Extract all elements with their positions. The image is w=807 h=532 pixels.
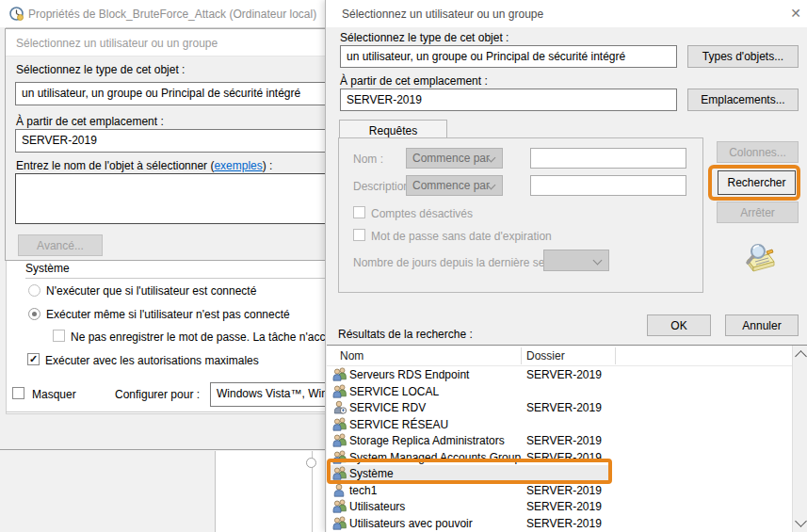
account-name-label: Système	[25, 262, 70, 275]
search-results-list: Nom Dossier Serveurs RDS EndpointSERVER-…	[327, 345, 807, 532]
object-type-label: Sélectionnez le type de cet objet :	[16, 63, 185, 76]
result-name: Utilisateurs avec pouvoir	[349, 517, 473, 530]
group-icon	[332, 450, 347, 464]
select-user-dialog-inactive: Sélectionnez un utilisateur ou un groupe…	[5, 28, 331, 261]
checkbox-highest-privileges[interactable]: ✓	[27, 353, 40, 365]
name-operator-value: Commence par	[412, 152, 490, 165]
checkbox-non-expiring-password-label: Mot de passe sans date d'expiration	[371, 230, 552, 243]
checkmark-icon: ✓	[29, 353, 38, 364]
object-types-button-label: Types d'objets...	[702, 50, 783, 63]
splitter-handle[interactable]	[306, 458, 316, 468]
result-row[interactable]: UtilisateursSERVER-2019	[327, 498, 792, 515]
result-folder: SERVER-2019	[526, 368, 602, 381]
result-row[interactable]: SERVICE RÉSEAU	[327, 416, 792, 433]
dialog-title: Sélectionnez un utilisateur ou un groupe	[342, 8, 543, 21]
scroll-down-icon[interactable]	[795, 515, 807, 527]
cancel-button-label: Annuler	[742, 319, 781, 332]
description-operator-value: Commence par	[412, 179, 490, 192]
scroll-up-icon[interactable]	[795, 350, 807, 363]
description-operator-dropdown[interactable]: Commence par	[406, 175, 503, 196]
from-location-value: SERVER-2019	[22, 134, 97, 147]
results-rows: Serveurs RDS EndpointSERVER-2019SERVICE …	[327, 366, 792, 532]
result-folder: SERVER-2019	[526, 500, 602, 513]
columns-button-label: Colonnes...	[729, 146, 786, 159]
result-row[interactable]: Système	[327, 465, 792, 482]
result-name: tech1	[349, 484, 377, 497]
name-operator-dropdown[interactable]: Commence par	[406, 148, 503, 169]
radio-run-whether-logged-on-or-not-label: Exécuter même si l'utilisateur n'est pas…	[46, 308, 290, 321]
result-name: SERVICE RDV	[349, 401, 426, 414]
close-icon[interactable]: ✕	[786, 4, 805, 23]
radio-run-when-logged-on[interactable]	[28, 284, 40, 297]
radio-run-when-logged-on-label: N'exécuter que si l'utilisateur est conn…	[46, 284, 256, 298]
tab-common-queries[interactable]: Requêtes communes	[339, 120, 447, 138]
cancel-button[interactable]: Annuler	[725, 314, 799, 336]
name-input[interactable]	[530, 148, 686, 169]
column-separator[interactable]	[521, 347, 522, 364]
column-header-name[interactable]: Nom	[340, 349, 363, 363]
configure-for-value: Windows Vista™, Wind	[217, 387, 331, 400]
examples-link[interactable]: exemples	[214, 159, 262, 172]
checkbox-disabled-accounts[interactable]	[353, 206, 365, 218]
properties-titlebar: Propriétés de Block_BruteForce_Attack (O…	[0, 0, 331, 27]
checkbox-do-not-store-password-label: Ne pas enregistrer le mot de passe. La t…	[71, 330, 325, 344]
locations-button[interactable]: Emplacements...	[687, 89, 799, 111]
locations-button-label: Emplacements...	[701, 93, 784, 106]
stop-button[interactable]: Arrêter	[717, 202, 799, 223]
configure-for-dropdown[interactable]: Windows Vista™, Wind	[210, 382, 331, 407]
checkbox-non-expiring-password[interactable]	[353, 229, 365, 241]
result-folder: SERVER-2019	[526, 401, 602, 414]
group-icon	[332, 367, 347, 381]
result-row[interactable]: SERVICE RDVSERVER-2019	[327, 399, 792, 416]
object-type-value: un utilisateur, un groupe ou Principal d…	[347, 50, 625, 63]
from-location-value: SERVER-2019	[347, 93, 422, 106]
group-icon	[332, 384, 347, 398]
checkbox-hidden[interactable]	[12, 387, 24, 399]
description-input[interactable]	[530, 175, 686, 196]
properties-window-title: Propriétés de Block_BruteForce_Attack (O…	[28, 8, 316, 21]
advanced-button[interactable]: Avancé...	[18, 234, 103, 256]
background-subpane	[215, 451, 326, 532]
enter-object-name-prefix: Entrez le nom de l'objet à sélectionner …	[16, 159, 214, 172]
result-folder: SERVER-2019	[526, 517, 602, 530]
object-type-field: un utilisateur, un groupe ou Principal d…	[15, 82, 332, 105]
ok-button-label: OK	[670, 319, 686, 332]
user-icon	[332, 483, 347, 497]
result-name: SERVICE LOCAL	[349, 385, 439, 398]
inactive-dialog-title: Sélectionnez un utilisateur ou un groupe	[16, 37, 218, 50]
result-row[interactable]: Utilisateurs avec pouvoirSERVER-2019	[327, 515, 792, 532]
columns-button[interactable]: Colonnes...	[717, 141, 799, 163]
object-name-input[interactable]	[15, 173, 332, 224]
column-separator[interactable]	[615, 347, 616, 364]
object-types-button[interactable]: Types d'objets...	[687, 45, 799, 68]
section-divider	[25, 278, 325, 279]
configure-for-label: Configurer pour :	[115, 388, 200, 401]
checkbox-highest-privileges-label: Exécuter avec les autorisations maximale…	[45, 354, 259, 367]
object-type-label: Sélectionnez le type de cet objet :	[340, 31, 508, 44]
results-header: Nom Dossier	[327, 346, 807, 366]
result-row[interactable]: System Managed Accounts GroupSERVER-2019	[327, 449, 792, 466]
checkbox-do-not-store-password[interactable]	[53, 330, 65, 342]
result-row[interactable]: Storage Replica AdministratorsSERVER-201…	[327, 432, 792, 449]
days-since-logon-dropdown[interactable]	[543, 250, 609, 271]
result-name: Système	[349, 467, 394, 480]
dialog-titlebar[interactable]: Sélectionnez un utilisateur ou un groupe…	[326, 0, 807, 27]
group-icon	[332, 516, 347, 530]
name-label: Nom :	[353, 153, 383, 166]
result-row[interactable]: tech1SERVER-2019	[327, 482, 792, 499]
result-row[interactable]: SERVICE LOCAL	[327, 383, 792, 400]
group-icon	[332, 417, 347, 431]
search-button[interactable]: Rechercher	[718, 170, 796, 195]
results-scrollbar[interactable]	[792, 346, 807, 532]
result-name: Serveurs RDS Endpoint	[349, 368, 469, 381]
result-row[interactable]: Serveurs RDS EndpointSERVER-2019	[327, 366, 792, 383]
column-header-folder[interactable]: Dossier	[526, 349, 565, 363]
radio-run-whether-logged-on-or-not[interactable]	[28, 308, 40, 320]
object-type-field: un utilisateur, un groupe ou Principal d…	[340, 45, 677, 68]
from-location-label: À partir de cet emplacement :	[340, 74, 488, 88]
ok-button[interactable]: OK	[647, 314, 711, 336]
result-name: Storage Replica Administrators	[349, 434, 505, 447]
checkbox-disabled-accounts-label: Comptes désactivés	[371, 207, 473, 220]
search-results-label: Résultats de la recherche :	[338, 328, 473, 341]
search-button-label: Rechercher	[727, 176, 785, 189]
